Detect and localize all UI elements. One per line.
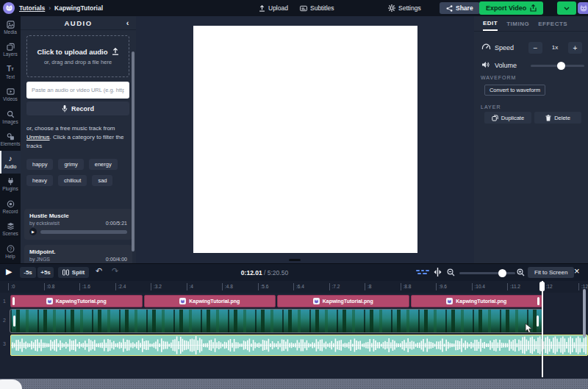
music-library-description: or, choose a free music track from Unmin… [26,124,128,151]
layer-section-label: LAYER [481,104,501,110]
zoom-in-icon[interactable] [517,268,525,276]
sidebar-item-elements[interactable]: Elements [0,129,21,151]
music-track-card[interactable]: Hustle Muscle by eckskwisit 0:00/5:21 ▶ [24,209,132,240]
timeline-vertical-scrollbar[interactable] [583,289,586,338]
ruler-tick: :4 [187,283,193,290]
sidebar-item-images[interactable]: Images [0,106,21,129]
speed-decrease-button[interactable]: − [528,42,542,54]
video-canvas[interactable] [193,26,417,253]
tag-chillout[interactable]: chillout [58,175,87,186]
image-clip[interactable]: KapwingTutorial.png [10,295,143,307]
speed-increase-button[interactable]: + [568,42,582,54]
zoom-out-icon[interactable] [447,268,455,276]
track-title: Midpoint. [29,249,127,255]
sidebar-label: Videos [3,96,18,101]
description-text: or, choose a free music track from [26,125,115,132]
sidebar-label: Media [4,29,17,35]
delete-layer-button[interactable]: Delete [534,112,581,124]
sidebar-item-media[interactable]: Media [0,16,21,39]
sidebar-item-plugins[interactable]: Plugins [0,174,21,196]
kapwing-logo-icon[interactable] [3,2,15,14]
audio-track-clip[interactable] [10,335,588,356]
plug-icon [7,177,15,185]
ruler-tick: :11.2 [507,283,520,290]
subtitles-button[interactable]: Subtitles [300,0,334,16]
user-avatar[interactable] [578,2,588,14]
sidebar-item-audio[interactable]: ♪ Audio [0,151,21,174]
tag-happy[interactable]: happy [26,159,53,170]
split-label: Split [72,269,85,276]
play-track-button[interactable]: ▶ [29,228,37,235]
unminus-link[interactable]: Unminus [26,134,50,140]
split-icon [62,269,69,276]
tab-effects[interactable]: EFFECTS [538,17,567,30]
upload-button[interactable]: Upload [259,0,288,16]
ruler-tick: :5.6 [258,283,269,290]
ruler-tick: :9.6 [436,283,447,290]
sidebar-item-text[interactable]: Tт Text [0,61,21,84]
record-audio-button[interactable]: Record [26,101,129,115]
volume-slider[interactable] [531,65,584,67]
trim-handle-left[interactable] [12,297,15,305]
forward-5s-button[interactable]: +5s [37,267,54,278]
tag-energy[interactable]: energy [89,159,118,170]
image-clip[interactable]: KapwingTutorial.png [144,295,276,307]
image-clip[interactable]: KapwingTutorial.png [411,295,543,307]
audio-note-icon: ♪ [9,155,12,163]
convert-to-waveform-button[interactable]: Convert to waveform [484,85,545,96]
tab-edit[interactable]: EDIT [483,16,498,31]
collapse-panel-icon[interactable]: ‹ [126,18,130,27]
duplicate-layer-button[interactable]: Duplicate [484,112,531,124]
tab-timing[interactable]: TIMING [506,17,529,30]
upload-audio-dropzone[interactable]: Click to upload audio or, drag and drop … [26,35,129,77]
timeline-zoom-thumb[interactable] [498,269,506,277]
export-options-dropdown[interactable] [557,1,576,15]
sidebar-item-layers[interactable]: Layers [0,39,21,62]
time-ruler[interactable]: :0 :0.8 :1.6 :2.4 :3.2 :4 :4.8 :5.6 :6.4… [0,281,588,293]
sidebar-item-help[interactable]: ? Help [0,240,21,263]
video-track-clip[interactable] [10,310,542,332]
tag-grimy[interactable]: grimy [58,159,83,170]
breadcrumb-project-link[interactable]: Tutorials [19,4,45,12]
settings-button[interactable]: Settings [388,0,421,16]
sidebar-item-record[interactable]: Record [0,196,21,218]
track-progress-bar[interactable] [40,230,127,234]
upload-label: Upload [268,4,288,12]
trim-handle-right[interactable] [537,297,539,305]
export-video-button[interactable]: Export Video [479,1,543,15]
timeline-toolbar: ▶ -5s +5s Split ↶ ↷ 0:12.01 / 5:20.50 Fi… [0,264,588,281]
expand-clips-icon[interactable] [433,268,442,276]
total-duration: 5:20.50 [268,269,288,276]
play-button[interactable]: ▶ [6,267,12,276]
image-clip[interactable]: KapwingTutorial.png [277,295,409,307]
audio-panel-scrollbar[interactable] [132,51,135,251]
playhead[interactable] [542,281,543,377]
audio-url-input[interactable] [26,82,129,99]
share-button[interactable]: Share [440,2,480,14]
playhead-handle[interactable] [539,282,545,291]
sidebar-item-videos[interactable]: Videos [0,84,21,107]
sidebar-label: Audio [4,164,17,169]
tag-sad[interactable]: sad [92,175,112,186]
fit-to-screen-button[interactable]: Fit to Screen [528,267,574,278]
record-icon [7,200,15,208]
undo-button[interactable]: ↶ [96,266,102,276]
breadcrumb-title[interactable]: KapwingTutorial [54,4,103,12]
ruler-tick: :7.2 [329,283,340,290]
timeline: ▶ -5s +5s Split ↶ ↷ 0:12.01 / 5:20.50 Fi… [0,263,588,379]
split-button[interactable]: Split [58,267,89,278]
trim-handle-right[interactable] [537,315,539,326]
snap-toggle-icon[interactable] [416,269,429,275]
track-time: 0:00/4:00 [106,257,127,262]
back-5s-button[interactable]: -5s [20,267,36,278]
canvas-scrollbar[interactable] [289,259,301,261]
timeline-zoom-slider[interactable] [459,272,515,274]
music-track-card[interactable]: Midpoint. by JNGS 0:00/4:00 ▶ [24,245,132,263]
tag-heavy[interactable]: heavy [26,175,53,186]
horizontal-scrollbar-track[interactable] [0,379,588,389]
trim-handle-left[interactable] [13,315,15,326]
sidebar-item-scenes[interactable]: Scenes [0,218,21,241]
redo-button[interactable]: ↷ [112,266,118,276]
volume-slider-thumb[interactable] [557,62,565,70]
close-timeline-icon[interactable]: × [574,265,580,276]
